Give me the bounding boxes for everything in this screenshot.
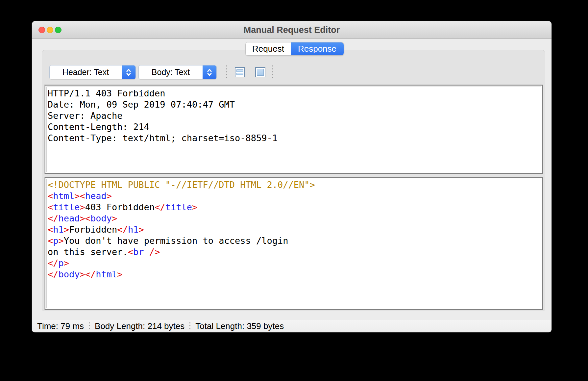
code-line: </body></html>: [48, 269, 540, 280]
status-total-length: Total Length: 359 bytes: [195, 321, 284, 331]
split-pane-layout-button[interactable]: [235, 67, 245, 77]
body-view-dropdown-label: Body: Text: [139, 67, 203, 77]
header-view-dropdown-label: Header: Text: [50, 67, 122, 77]
code-line: </p>: [48, 258, 540, 269]
tab-response[interactable]: Response: [291, 42, 344, 55]
status-bar: Time: 79 ms Body Length: 214 bytes Total…: [32, 320, 551, 332]
single-pane-layout-button[interactable]: [255, 67, 265, 77]
code-line: <h1>Forbidden</h1>: [48, 224, 540, 235]
response-headers-text: HTTP/1.1 403 Forbidden Date: Mon, 09 Sep…: [45, 86, 542, 144]
response-body-code: <!DOCTYPE HTML PUBLIC "-//IETF//DTD HTML…: [45, 178, 542, 280]
toolbar-separator: [272, 65, 273, 79]
titlebar[interactable]: Manual Request Editor: [32, 21, 551, 39]
single-pane-icon: [257, 69, 264, 76]
request-response-segmented-control: Request Response: [245, 42, 344, 56]
code-line: <!DOCTYPE HTML PUBLIC "-//IETF//DTD HTML…: [48, 179, 540, 190]
desktop: { "titlebar": { "title": "Manual Request…: [0, 0, 588, 381]
header-view-dropdown[interactable]: Header: Text: [49, 65, 136, 79]
code-line: on this server.<br />: [48, 246, 540, 258]
dropdown-chevrons-icon: [122, 65, 135, 79]
body-view-dropdown[interactable]: Body: Text: [138, 65, 217, 79]
manual-request-editor-window: Manual Request Editor Request Response H…: [32, 21, 551, 332]
response-panel: Header: Text Body: Text HTTP/1.1 403 For…: [42, 50, 545, 311]
code-line: </head><body>: [48, 213, 540, 224]
split-horizontal-icon: [236, 69, 243, 72]
code-line: <title>403 Forbidden</title>: [48, 202, 540, 213]
tab-response-label: Response: [298, 44, 336, 54]
status-separator: [89, 322, 90, 330]
response-headers-textarea[interactable]: HTTP/1.1 403 Forbidden Date: Mon, 09 Sep…: [45, 85, 543, 174]
dropdown-chevrons-icon: [203, 65, 216, 79]
status-separator: [189, 322, 190, 330]
tab-request-label: Request: [252, 44, 284, 54]
code-line: <html><head>: [48, 190, 540, 202]
window-title: Manual Request Editor: [32, 21, 551, 39]
tab-request[interactable]: Request: [246, 42, 291, 55]
status-time: Time: 79 ms: [37, 321, 84, 331]
code-line: <p>You don't have permission to access /…: [48, 235, 540, 246]
toolbar-separator: [226, 65, 227, 79]
response-body-textarea[interactable]: <!DOCTYPE HTML PUBLIC "-//IETF//DTD HTML…: [45, 177, 543, 310]
status-body-length: Body Length: 214 bytes: [95, 321, 184, 331]
